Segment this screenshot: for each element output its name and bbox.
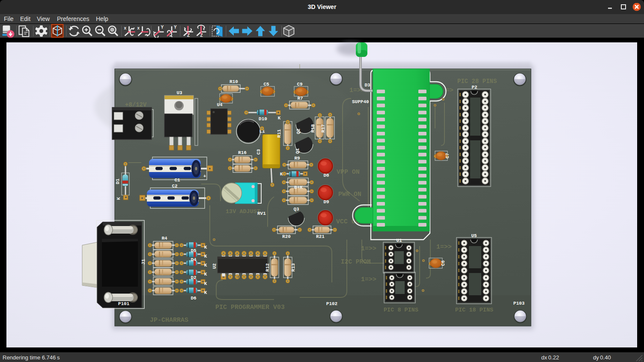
svg-text:JP-CHARRAS: JP-CHARRAS <box>150 317 188 324</box>
svg-text:RV1: RV1 <box>257 211 266 216</box>
svg-text:K: K <box>280 172 283 177</box>
svg-text:+: + <box>203 174 206 179</box>
svg-text:PWR ON: PWR ON <box>338 191 361 198</box>
svg-text:x: x <box>124 26 127 30</box>
svg-text:1=>>: 1=>> <box>361 276 376 283</box>
svg-text:=>: => <box>446 87 453 94</box>
svg-text:K: K <box>204 254 207 259</box>
svg-text:P2: P2 <box>471 85 477 90</box>
svg-text:Y: Y <box>174 25 177 30</box>
svg-text:U1: U1 <box>396 238 402 243</box>
svg-text:PIC 18 PINS: PIC 18 PINS <box>455 307 493 313</box>
svg-text:K: K <box>278 116 281 121</box>
svg-text:SUPP40: SUPP40 <box>352 99 369 104</box>
svg-text:K: K <box>204 281 207 286</box>
svg-text:K: K <box>204 290 207 295</box>
svg-text:C2: C2 <box>172 184 177 189</box>
svg-text:J1: J1 <box>141 259 146 265</box>
svg-text:U3: U3 <box>176 90 182 95</box>
svg-text:P103: P103 <box>513 301 525 306</box>
svg-text:P102: P102 <box>326 301 337 306</box>
svg-text:D8: D8 <box>323 173 329 178</box>
svg-text:R7: R7 <box>297 96 303 101</box>
svg-text:D1: D1 <box>115 178 120 184</box>
svg-text:Q2: Q2 <box>296 128 301 134</box>
svg-text:R4: R4 <box>161 236 167 241</box>
svg-text:C3: C3 <box>256 149 261 155</box>
svg-text:R11: R11 <box>277 129 282 138</box>
svg-text:K: K <box>204 245 207 250</box>
svg-text:Q3: Q3 <box>293 207 299 212</box>
svg-text:PIC PROGRAMMER V03: PIC PROGRAMMER V03 <box>215 304 285 311</box>
svg-text:x: x <box>137 26 140 30</box>
svg-text:PIC 8 PINS: PIC 8 PINS <box>384 307 418 313</box>
svg-text:1=>>: 1=>> <box>361 245 376 252</box>
svg-text:13V ADJUST: 13V ADJUST <box>226 208 260 215</box>
svg-text:1=>>: 1=>> <box>436 243 452 251</box>
svg-text:C9: C9 <box>297 82 302 87</box>
svg-text:K: K <box>204 272 207 277</box>
svg-text:R12: R12 <box>265 263 270 272</box>
svg-text:K: K <box>116 197 121 200</box>
svg-text:R20: R20 <box>282 234 291 239</box>
svg-text:R9: R9 <box>294 156 300 161</box>
svg-text:U2: U2 <box>212 263 217 269</box>
svg-text:D5: D5 <box>191 248 197 253</box>
svg-text:D10: D10 <box>259 116 267 122</box>
svg-text:VPP ON: VPP ON <box>337 169 360 176</box>
svg-text:Y: Y <box>161 25 164 30</box>
svg-text:C5: C5 <box>263 82 269 87</box>
svg-text:C7: C7 <box>445 153 450 158</box>
svg-text:D2: D2 <box>191 275 196 280</box>
svg-text:R1B: R1B <box>310 124 316 133</box>
svg-text:I2C PROM: I2C PROM <box>341 258 371 265</box>
svg-text:R17: R17 <box>321 124 326 133</box>
svg-text:P101: P101 <box>118 301 130 306</box>
svg-text:B+K: B+K <box>294 185 303 190</box>
svg-text:Q1: Q1 <box>295 148 300 154</box>
svg-text:D9: D9 <box>323 199 329 205</box>
svg-text:U5: U5 <box>471 233 477 238</box>
svg-text:D6: D6 <box>191 296 196 301</box>
svg-text:R10: R10 <box>230 79 238 84</box>
svg-text:C6: C6 <box>441 260 446 266</box>
svg-text:D4: D4 <box>191 257 197 262</box>
svg-text:R21: R21 <box>316 234 325 239</box>
svg-text:PIC 28 PINS: PIC 28 PINS <box>457 78 497 85</box>
svg-text:K: K <box>204 263 207 268</box>
svg-text:C1: C1 <box>174 178 180 183</box>
svg-text:R16: R16 <box>238 150 247 155</box>
svg-text:D3: D3 <box>364 83 370 88</box>
svg-text:R13: R13 <box>291 263 296 272</box>
